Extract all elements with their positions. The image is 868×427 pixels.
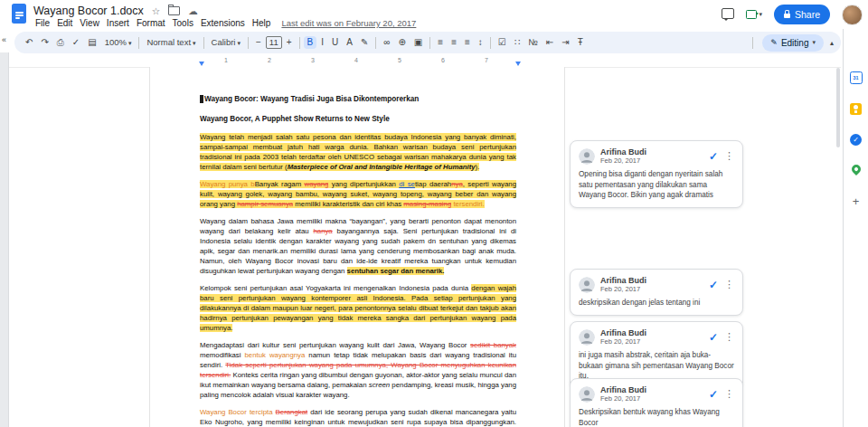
scrollbar-thumb[interactable]: [836, 68, 840, 147]
menu-view[interactable]: View: [76, 18, 103, 28]
comment-options-button[interactable]: ⋮: [724, 388, 734, 400]
comment-card[interactable]: Arifina BudiFeb 20, 2017✓⋮Deskripsikan b…: [570, 378, 743, 427]
print-button[interactable]: ⎙: [53, 36, 68, 49]
google-keep-icon[interactable]: [848, 101, 864, 116]
insert-link-button[interactable]: ∞: [380, 36, 393, 49]
hide-outline-button[interactable]: «: [2, 35, 6, 44]
comment-text: ini juga masih abstrak, ceritain aja buk…: [579, 350, 734, 382]
star-button[interactable]: ☆: [152, 6, 160, 16]
text-color-button[interactable]: A: [343, 36, 356, 49]
left-edge-panel: [0, 52, 9, 427]
menu-insert[interactable]: Insert: [103, 18, 133, 28]
text-run: hampir semuanya: [237, 200, 293, 208]
menu-extensions[interactable]: Extensions: [197, 18, 249, 28]
toolbar-separator: [429, 37, 430, 49]
resolve-comment-button[interactable]: ✓: [709, 388, 718, 401]
insert-image-button[interactable]: ▣: [410, 36, 426, 49]
comment-meta: Arifina BudiFeb 20, 2017: [600, 385, 703, 403]
paragraph[interactable]: Mengadaptasi dari kultur seni pertunjuka…: [200, 340, 516, 400]
bulleted-list-button[interactable]: ∷: [511, 36, 524, 49]
font-size-decrease-button[interactable]: −: [252, 36, 265, 49]
text-run: sedikit banyak: [470, 341, 516, 349]
italic-button[interactable]: I: [317, 36, 327, 49]
google-maps-icon[interactable]: [848, 163, 864, 177]
font-size-value-button[interactable]: 11: [266, 36, 282, 49]
share-label: Share: [795, 9, 820, 20]
toolbar-separator: [490, 37, 491, 49]
document-title[interactable]: Wayang Bocor 1.docx: [33, 5, 144, 17]
comment-options-button[interactable]: ⋮: [724, 150, 734, 162]
insert-comment-icon: ⊕: [398, 38, 405, 47]
comment-meta: Arifina BudiFeb 20, 2017: [600, 328, 703, 346]
text-run: masing-masing: [403, 200, 451, 208]
insert-comment-button[interactable]: ⊕: [394, 36, 409, 49]
text-run: ).: [476, 163, 480, 171]
paragraph-style-select-button[interactable]: Normal text▾: [143, 36, 199, 49]
join-meet-button[interactable]: ▾: [746, 10, 762, 19]
comment-card[interactable]: Arifina BudiFeb 20, 2017✓⋮deskripsikan d…: [570, 269, 743, 316]
google-tasks-icon[interactable]: ✓: [848, 132, 864, 147]
text-run: wayang: [305, 180, 329, 188]
document-page[interactable]: Wayang Bocor: Wayang Tradisi Juga Bisa D…: [149, 67, 565, 427]
account-avatar[interactable]: [842, 5, 863, 25]
paragraph[interactable]: Wayang punya bBanyak ragam wayang yang d…: [200, 179, 516, 209]
paragraph[interactable]: Wayang dalam bahasa Jawa memiliki makna …: [200, 216, 516, 276]
numbered-list-button[interactable]: №: [524, 36, 542, 49]
align-center-button[interactable]: ≡: [448, 36, 460, 49]
share-button[interactable]: Share: [774, 5, 830, 24]
underline-button[interactable]: U: [328, 36, 342, 49]
comment-text: Opening bisa diganti dengan nyeritain sa…: [579, 169, 734, 201]
align-center-icon: ≡: [451, 38, 457, 47]
document-status-button[interactable]: ☁: [188, 6, 198, 16]
last-edit-link[interactable]: Last edit was on February 20, 2017: [281, 18, 416, 28]
folder-icon: [168, 6, 180, 15]
undo-button[interactable]: ↶: [22, 36, 36, 49]
checklist-icon: ☑: [498, 38, 506, 47]
bold-button[interactable]: B: [304, 36, 317, 49]
align-left-button[interactable]: ≡: [434, 36, 447, 49]
comment-options-button[interactable]: ⋮: [724, 279, 734, 290]
right-indent-marker[interactable]: [515, 62, 521, 66]
document-body[interactable]: Wayang Bocor: Wayang Tradisi Juga Bisa D…: [200, 94, 516, 427]
add-side-panel-app-icon[interactable]: +: [848, 194, 864, 208]
resolve-comment-button[interactable]: ✓: [709, 279, 718, 291]
font-family-select-button[interactable]: Calibri▾: [208, 36, 244, 49]
paragraph[interactable]: Kelompok seni pertunjukan asal Yogyakart…: [200, 283, 516, 333]
line-spacing-button[interactable]: ↕: [475, 36, 486, 49]
menu-tools[interactable]: Tools: [169, 18, 197, 28]
checklist-button[interactable]: ☑: [495, 36, 510, 49]
menu-edit[interactable]: Edit: [53, 18, 76, 28]
indent-decrease-button[interactable]: ⇤: [542, 36, 557, 49]
docs-logo-icon[interactable]: [12, 4, 26, 24]
menu-file[interactable]: File: [32, 18, 53, 28]
comment-card[interactable]: Arifina BudiFeb 20, 2017✓⋮Opening bisa d…: [570, 140, 743, 208]
left-indent-marker[interactable]: [199, 62, 204, 66]
spelling-check-button[interactable]: ✓: [69, 36, 83, 49]
google-calendar-icon[interactable]: 31: [848, 71, 864, 85]
vertical-scrollbar[interactable]: [836, 68, 840, 423]
paragraph[interactable]: Wayang telah menjadi salah satu pesona d…: [200, 132, 516, 172]
highlight-color-button[interactable]: ✎: [357, 36, 372, 49]
text-run: Mengadaptasi dari kultur seni pertunjuka…: [200, 341, 470, 349]
hide-menus-button[interactable]: ▴: [830, 39, 834, 47]
doc-title-text: Wayang Bocor: Wayang Tradisi Juga Bisa D…: [204, 94, 419, 104]
paint-format-button[interactable]: ▤: [84, 36, 99, 49]
align-right-button[interactable]: ≡: [461, 36, 474, 49]
comment-options-button[interactable]: ⋮: [724, 331, 734, 343]
zoom-select-button[interactable]: 100%▾: [101, 36, 136, 49]
toolbar-separator: [299, 37, 300, 49]
comment-author-avatar: [579, 386, 595, 403]
redo-button[interactable]: ↷: [37, 36, 52, 49]
paragraph[interactable]: Wayang Bocor tercipta Berangkat dari ide…: [200, 407, 516, 427]
comment-author-name: Arifina Budi: [600, 276, 703, 285]
editing-mode-select[interactable]: ✎ Editing ▾: [762, 34, 824, 52]
menu-format[interactable]: Format: [133, 18, 169, 28]
resolve-comment-button[interactable]: ✓: [709, 331, 718, 344]
resolve-comment-button[interactable]: ✓: [709, 150, 718, 163]
menu-help[interactable]: Help: [249, 18, 275, 28]
indent-increase-icon: ⇥: [561, 38, 569, 47]
ruler-mark: 2: [268, 57, 271, 63]
chevron-down-icon: ▾: [237, 40, 241, 46]
text-run: Kelompok seni pertunjukan asal Yogyakart…: [200, 284, 471, 292]
font-size-increase-button[interactable]: +: [283, 36, 296, 49]
